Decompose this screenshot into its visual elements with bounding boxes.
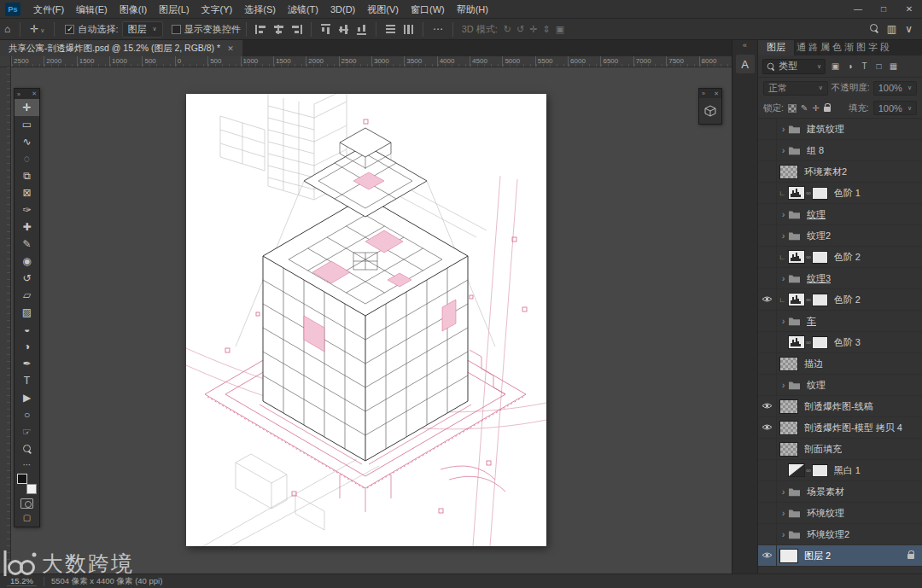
layer-row[interactable]: 剖透爆炸图-线稿 [758,396,922,417]
layer-mask-thumbnail[interactable] [812,251,828,264]
floating-panel-header[interactable]: » ✕ [699,89,721,98]
visibility-toggle[interactable] [758,332,777,352]
menu-3d[interactable]: 3D(D) [324,4,361,15]
distribute-horizontal-icon[interactable] [404,24,413,35]
layer-row[interactable]: ›建筑纹理 [758,119,922,140]
opacity-value-field[interactable]: 100% ∨ [873,81,917,96]
layer-name[interactable]: 色阶 1 [834,187,861,200]
panel-close-icon[interactable]: ✕ [714,90,719,97]
align-bottom-icon[interactable] [357,24,366,35]
visibility-toggle[interactable] [758,460,777,480]
tool-pen[interactable]: ✒ [15,355,39,372]
visibility-toggle[interactable] [758,119,777,139]
search-icon[interactable] [866,23,883,35]
toolbar-close-icon[interactable]: ✕ [32,90,37,97]
lock-transparency-icon[interactable] [788,104,797,113]
window-restore-button[interactable]: □ [871,0,896,19]
menu-type[interactable]: 文字(Y) [195,4,239,15]
filter-type-icon[interactable]: T [857,60,872,73]
layer-row[interactable]: ›车 [758,311,922,332]
tool-gradient[interactable]: ▨ [15,304,39,321]
layer-row[interactable]: ›场景素材 [758,481,922,503]
layer-name[interactable]: 色阶 2 [834,294,861,306]
tool-crop[interactable]: ⧉ [15,167,39,184]
layer-row[interactable]: ∟∞色阶 2 [758,289,922,311]
show-transform-checkbox[interactable] [172,25,181,34]
layer-row[interactable]: 剖透爆炸图-模型 拷贝 4 [758,417,922,439]
filter-adjustment-icon[interactable]: ◑ [843,60,857,73]
layer-name[interactable]: 剖面填充 [804,443,842,456]
panel-tab[interactable]: 图案 [854,39,866,55]
window-close-button[interactable]: ✕ [896,0,922,19]
horizontal-ruler[interactable]: 2500200015001000500050010001500200025003… [11,56,732,67]
levels-adjustment-icon[interactable] [788,335,805,349]
layer-thumbnail[interactable] [779,399,798,414]
layer-name[interactable]: 组 8 [807,144,824,157]
disclosure-arrow-icon[interactable]: › [779,230,788,241]
align-middle-icon[interactable] [339,24,348,35]
vertical-ruler[interactable] [0,67,11,573]
align-top-icon[interactable] [321,24,330,35]
menu-help[interactable]: 帮助(H) [451,4,494,15]
auto-select-target-dropdown[interactable]: 图层∨ [122,21,163,38]
disclosure-arrow-icon[interactable]: › [779,145,788,155]
levels-adjustment-icon[interactable] [788,186,805,200]
document-canvas[interactable] [186,94,546,546]
layer-filter-dropdown[interactable]: 类型 ∨ [762,59,826,74]
levels-adjustment-icon[interactable] [788,250,805,264]
layer-row[interactable]: 剖面填充 [758,439,922,460]
layer-name[interactable]: 剖透爆炸图-线稿 [804,400,873,413]
layer-name[interactable]: 纹理2 [807,230,831,242]
collapsed-panel-icon[interactable] [699,98,721,124]
3d-mode-icon[interactable]: ⇕ [540,24,552,34]
visibility-toggle[interactable] [758,439,777,459]
visibility-toggle[interactable] [758,311,777,331]
layer-row[interactable]: ›环境纹理 [758,503,922,524]
dock-collapse-icon[interactable]: « [732,39,757,51]
visibility-toggle[interactable] [758,140,777,160]
panel-tab[interactable]: 渐变 [842,39,854,55]
panel-tab[interactable]: 通道 [794,39,806,55]
tool-hand[interactable]: ☞ [15,423,39,440]
layer-name[interactable]: 车 [807,315,816,328]
visibility-toggle[interactable] [758,545,777,566]
disclosure-arrow-icon[interactable]: › [779,508,788,518]
black-white-adjustment-icon[interactable] [788,463,805,477]
tool-shape[interactable]: ○ [15,406,39,423]
tool-move[interactable]: ✛ [15,99,39,116]
visibility-toggle[interactable] [758,503,777,523]
foreground-color-swatch[interactable] [17,474,27,484]
lock-position-icon[interactable]: ✛ [812,103,819,113]
screen-mode-icon[interactable]: ▢ [23,513,31,522]
layer-row[interactable]: ›纹理 [758,204,922,225]
character-panel-icon[interactable]: A [736,55,755,73]
visibility-toggle[interactable] [758,204,777,224]
layer-name[interactable]: 纹理3 [807,272,831,285]
layer-name[interactable]: 环境素材2 [804,166,847,178]
align-center-horizontal-icon[interactable] [273,25,284,34]
tool-frame[interactable]: ⊠ [15,184,39,201]
layer-row[interactable]: ∞色阶 3 [758,332,922,353]
panel-tab[interactable]: 段落 [878,39,890,55]
layer-name[interactable]: 环境纹理 [807,507,844,520]
layer-name[interactable]: 色阶 2 [834,251,861,264]
toolbar-expand-icon[interactable]: » [17,91,20,97]
ruler-corner[interactable] [0,56,11,67]
panel-expand-icon[interactable]: » [702,90,705,96]
3d-mode-icon[interactable]: ↺ [514,24,527,34]
menu-window[interactable]: 窗口(W) [405,4,451,15]
canvas-area[interactable] [11,67,732,573]
layer-thumbnail[interactable] [779,549,798,563]
3d-mode-icon[interactable]: ↻ [501,24,514,34]
menu-filter[interactable]: 滤镜(T) [282,4,324,15]
tab-close-icon[interactable]: ✕ [227,44,234,53]
layer-row[interactable]: 图层 2 [758,545,922,567]
layer-mask-thumbnail[interactable] [812,336,828,349]
visibility-toggle[interactable] [758,268,777,288]
tool-lasso[interactable]: ∿ [15,133,39,150]
menu-select[interactable]: 选择(S) [238,4,282,15]
disclosure-arrow-icon[interactable]: › [779,486,788,497]
more-options-icon[interactable]: ⋯ [429,23,447,35]
layer-name[interactable]: 剖透爆炸图-模型 拷贝 4 [804,422,902,434]
layer-row[interactable]: ›环境纹理2 [758,524,922,545]
